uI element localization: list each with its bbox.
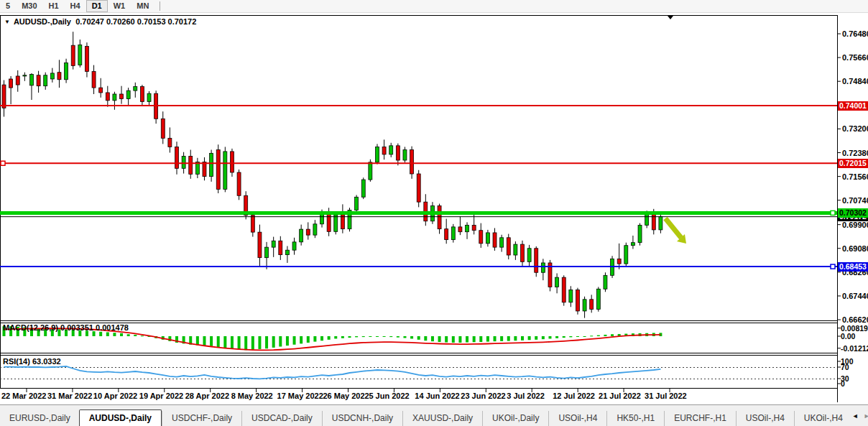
candle (203, 157, 206, 180)
candle (341, 204, 344, 233)
macd-axis-label: 0.00 (841, 333, 855, 341)
candle (154, 91, 158, 124)
date-label: 12 Jul 2022 (553, 392, 595, 400)
candle (258, 225, 262, 266)
candle (617, 244, 621, 269)
candle (50, 68, 54, 83)
timeframe-button-w1[interactable]: W1 (108, 0, 131, 12)
candle (313, 220, 317, 238)
candle (562, 275, 565, 305)
candle (583, 297, 586, 318)
candle (195, 158, 199, 178)
candle (134, 83, 137, 98)
tab-scroll-right-icon[interactable]: ► (864, 412, 868, 420)
toolbar-separator (160, 1, 160, 11)
candle (272, 237, 275, 257)
candle (2, 80, 6, 117)
candle (451, 224, 455, 243)
sell-arrow-annotation[interactable] (665, 218, 686, 244)
symbol-tab-usdchf-daily[interactable]: USDCHF-,Daily (162, 411, 241, 426)
candle (438, 204, 441, 234)
candle (189, 149, 193, 178)
price-level-chip: 0.74001 (838, 101, 868, 111)
price-axis-label: 0.69900 (842, 221, 868, 229)
symbol-tab-audusd-daily[interactable]: AUDUSD-,Daily (79, 409, 162, 426)
symbol-tab-usdcad-daily[interactable]: USDCAD-,Daily (241, 411, 322, 426)
candle (382, 139, 386, 159)
price-axis-label: 0.71560 (842, 172, 868, 181)
candle (223, 147, 227, 192)
price-axis-label: 0.66620 (842, 315, 868, 324)
symbol-tab-xauusd-daily[interactable]: XAUUSD-,Daily (402, 411, 482, 426)
date-label: 14 Jun 2022 (415, 392, 459, 400)
candle (216, 144, 220, 193)
candle (285, 246, 289, 263)
candle (466, 222, 469, 239)
symbol-tab-ukoil-h4[interactable]: UKOil-,H4 (794, 411, 852, 426)
price-axis-label: 0.69080 (842, 244, 868, 253)
date-label: 26 May 2022 (323, 392, 369, 400)
candle (355, 195, 359, 212)
symbol-tab-usoil-h4[interactable]: USOil-,H4 (736, 411, 794, 426)
date-label: 31 Jul 2022 (645, 392, 687, 400)
candle (168, 127, 172, 152)
resistance-line-0.72015[interactable] (0, 161, 837, 165)
symbol-tab-hk50-h1[interactable]: HK50-,H1 (606, 411, 664, 426)
symbol-tab-eurusd-daily[interactable]: EURUSD-,Daily (0, 411, 80, 426)
candle (106, 86, 109, 107)
symbol-tab-eurchf-h1[interactable]: EURCHF-,H1 (664, 411, 736, 426)
candle (396, 144, 400, 166)
date-label: 28 Apr 2022 (185, 392, 229, 400)
candle (521, 241, 525, 266)
price-level-chip: 0.72015 (838, 159, 868, 168)
chart-symbol-label: AUDUSD-,Daily (14, 17, 71, 26)
symbol-tab-usdcnh-daily[interactable]: USDCNH-,Daily (322, 411, 402, 426)
date-label: 17 May 2022 (277, 392, 323, 400)
candle (161, 111, 165, 144)
symbol-tab-ukoil-daily[interactable]: UKOil-,Daily (482, 411, 548, 426)
candle (265, 242, 269, 269)
price-level-chip: 0.70302 (838, 208, 868, 218)
symbol-tab-usoil-h4[interactable]: USOil-,H4 (548, 411, 606, 426)
price-axis-label: 0.76480 (842, 29, 868, 38)
date-label: 31 Mar 2022 (47, 392, 92, 400)
candle (631, 236, 634, 249)
candle (65, 59, 68, 83)
rsi-axis-label: 0 (841, 380, 845, 388)
candle (624, 243, 628, 267)
timeframe-button-d1[interactable]: D1 (86, 0, 108, 12)
candle (251, 211, 254, 237)
tab-scroll-left-icon[interactable]: ◄ (852, 412, 859, 420)
candle (306, 222, 310, 239)
candle (576, 288, 579, 315)
candlestick-chart (0, 0, 868, 426)
timeframe-button-h4[interactable]: H4 (65, 0, 86, 12)
support-line-0.70302[interactable] (0, 210, 837, 215)
timeframe-button-mn[interactable]: MN (131, 0, 154, 12)
candle (85, 42, 88, 77)
candle (9, 76, 13, 104)
timeframe-button-m30[interactable]: M30 (16, 0, 42, 12)
candle (44, 73, 47, 90)
candle (244, 191, 248, 219)
price-axis-label: 0.67440 (842, 292, 868, 300)
candle (590, 295, 594, 312)
support-line-0.68453[interactable] (0, 264, 837, 269)
tab-scroll-arrows: ◄► (852, 405, 868, 426)
candle (23, 73, 27, 81)
candle (389, 143, 393, 157)
candle (479, 223, 483, 248)
candle (147, 91, 151, 106)
timeframe-button-h1[interactable]: H1 (43, 0, 65, 12)
candle (541, 259, 545, 280)
symbol-dropdown-icon[interactable]: ▼ (4, 19, 10, 25)
candle (237, 170, 241, 200)
date-label: 19 Apr 2022 (139, 392, 183, 400)
chart-shift-icon[interactable] (668, 16, 673, 19)
timeframe-button-5[interactable]: 5 (0, 0, 16, 12)
macd-indicator-label: MACD(12,26,9) 0.003351 0.001478 (3, 323, 129, 332)
price-axis-label: 0.73200 (842, 124, 868, 133)
candle (507, 234, 510, 260)
candle (604, 272, 607, 292)
candle (126, 88, 130, 106)
